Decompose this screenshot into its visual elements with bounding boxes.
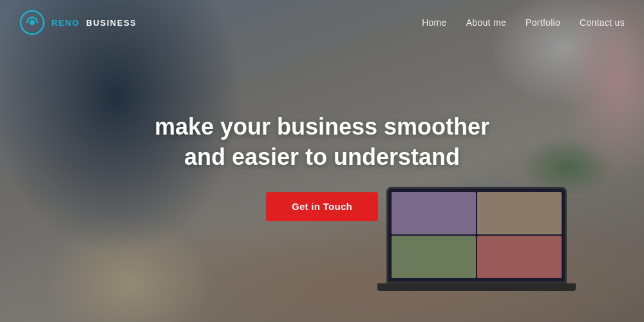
laptop-base <box>377 283 576 291</box>
nav-link-home[interactable]: Home <box>422 17 447 28</box>
hero-headline-line1: make your business smoother <box>155 113 489 140</box>
logo-text-part1: RENO <box>52 18 80 28</box>
screen-cell-4 <box>477 236 562 278</box>
nav-link-contact[interactable]: Contact us <box>580 17 625 28</box>
nav-links: Home About me Portfolio Contact us <box>422 17 625 28</box>
hero-headline-line2: and easier to understand <box>184 144 460 170</box>
logo-text: RENO BUSINESS <box>52 18 137 28</box>
nav-link-portfolio[interactable]: Portfolio <box>526 17 560 28</box>
nav-item-about[interactable]: About me <box>466 17 506 28</box>
hero-content: make your business smoother and easier t… <box>129 112 515 221</box>
svg-point-1 <box>30 20 35 25</box>
logo[interactable]: RENO BUSINESS <box>19 10 137 35</box>
logo-text-part2: BUSINESS <box>86 18 137 28</box>
nav-item-home[interactable]: Home <box>422 17 447 28</box>
nav-item-contact[interactable]: Contact us <box>580 17 625 28</box>
nav-link-about[interactable]: About me <box>466 17 506 28</box>
nav-item-portfolio[interactable]: Portfolio <box>526 17 560 28</box>
hero-headline: make your business smoother and easier t… <box>129 112 515 173</box>
cta-button[interactable]: Get in Touch <box>266 192 378 221</box>
navbar: RENO BUSINESS Home About me Portfolio Co… <box>0 0 644 45</box>
hero-section: RENO BUSINESS Home About me Portfolio Co… <box>0 0 644 322</box>
screen-cell-3 <box>392 236 476 278</box>
logo-icon <box>19 10 45 35</box>
